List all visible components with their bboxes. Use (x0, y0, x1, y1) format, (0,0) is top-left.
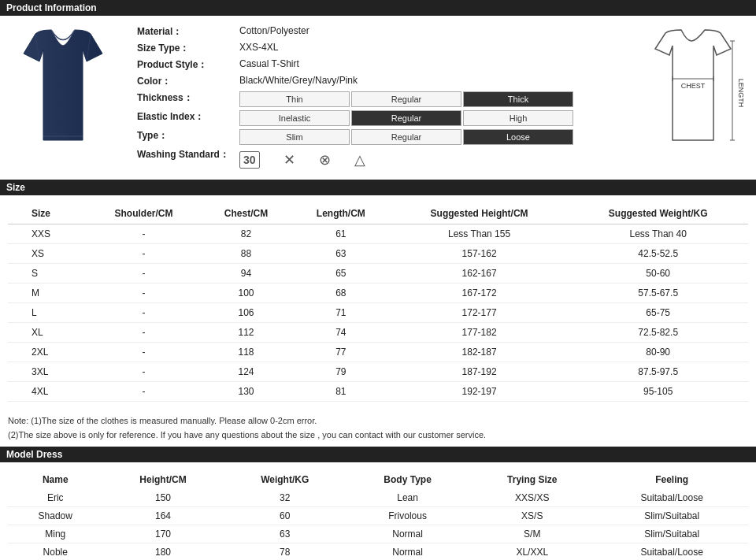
note-line2: (2)The size above is only for reference.… (8, 428, 748, 443)
elastic-btn-regular[interactable]: Regular (351, 110, 461, 126)
thickness-btn-regular[interactable]: Regular (351, 91, 461, 107)
size-cell-r2-c5: 50-60 (568, 264, 748, 284)
size-table-row: XL-11274177-18272.5-82.5 (8, 323, 748, 343)
size-cell-r8-c3: 81 (291, 382, 391, 402)
model-table-row: Eric15032LeanXXS/XSSuitabal/Loose (8, 489, 748, 507)
model-cell-r2-c2: 63 (223, 525, 346, 543)
elastic-btn-high[interactable]: High (463, 110, 573, 126)
size-cell-r7-c4: 187-192 (391, 362, 569, 382)
size-cell-r1-c5: 42.5-52.5 (568, 244, 748, 264)
no-bleach-icon: ✕ (284, 151, 295, 169)
size-cell-r5-c3: 74 (291, 323, 391, 343)
size-cell-r7-c2: 124 (201, 362, 291, 382)
elastic-buttons: Inelastic Regular High (236, 109, 576, 128)
size-cell-r5-c4: 177-182 (391, 323, 569, 343)
model-cell-r2-c5: Slim/Suitabal (595, 525, 748, 543)
model-col-name: Name (8, 470, 103, 489)
size-table-header-row: Size Shoulder/CM Chest/CM Length/CM Sugg… (8, 203, 748, 224)
col-length: Length/CM (291, 203, 391, 224)
model-cell-r2-c0: Ming (8, 525, 103, 543)
material-row: Material： Cotton/Polyester (134, 24, 576, 40)
type-btn-loose[interactable]: Loose (463, 129, 573, 145)
elastic-row: Elastic Index： Inelastic Regular High (134, 109, 576, 128)
product-style-row: Product Style： Casual T-Shirt (134, 57, 576, 73)
product-style-label: Product Style： (134, 57, 236, 73)
washing-icons: 30 ✕ ⊗ △ (236, 146, 576, 173)
col-shoulder: Shoulder/CM (87, 203, 201, 224)
size-cell-r1-c2: 88 (201, 244, 291, 264)
product-info-header: Product Information (0, 0, 756, 16)
model-cell-r2-c1: 170 (103, 525, 224, 543)
size-notes: Note: (1)The size of the clothes is meas… (0, 410, 756, 447)
size-cell-r6-c1: - (87, 343, 201, 362)
size-cell-r6-c3: 77 (291, 343, 391, 362)
size-table-row: 4XL-13081192-19795-105 (8, 382, 748, 402)
thickness-row: Thickness： Thin Regular Thick (134, 90, 576, 109)
size-cell-r4-c0: L (8, 303, 87, 323)
size-cell-r8-c4: 192-197 (391, 382, 569, 402)
size-cell-r5-c2: 112 (201, 323, 291, 343)
size-cell-r0-c2: 82 (201, 224, 291, 244)
elastic-btn-inelastic[interactable]: Inelastic (239, 110, 350, 126)
model-cell-r3-c2: 78 (223, 543, 346, 560)
size-cell-r1-c3: 63 (291, 244, 391, 264)
size-cell-r6-c4: 182-187 (391, 343, 569, 362)
size-cell-r6-c5: 80-90 (568, 343, 748, 362)
product-image (8, 24, 118, 150)
model-cell-r0-c1: 150 (103, 489, 224, 507)
model-cell-r1-c5: Slim/Suitabal (595, 507, 748, 525)
size-cell-r0-c1: - (87, 224, 201, 244)
washing-label: Washing Standard： (134, 146, 236, 173)
size-table: Size Shoulder/CM Chest/CM Length/CM Sugg… (8, 203, 748, 402)
size-cell-r0-c5: Less Than 40 (568, 224, 748, 244)
washing-row: Washing Standard： 30 ✕ ⊗ △ (134, 146, 576, 173)
size-cell-r0-c0: XXS (8, 224, 87, 244)
model-col-body: Body Type (346, 470, 469, 489)
thickness-btn-thick[interactable]: Thick (463, 91, 573, 107)
size-cell-r7-c3: 79 (291, 362, 391, 382)
model-cell-r0-c4: XXS/XS (469, 489, 595, 507)
size-cell-r8-c0: 4XL (8, 382, 87, 402)
model-table-row: Shadow16460FrivolousXS/SSlim/Suitabal (8, 507, 748, 525)
size-diagram: LENGTH CHEST (646, 24, 748, 150)
size-cell-r4-c4: 172-177 (391, 303, 569, 323)
model-cell-r0-c2: 32 (223, 489, 346, 507)
size-table-row: XXS-8261Less Than 155Less Than 40 (8, 224, 748, 244)
model-cell-r1-c2: 60 (223, 507, 346, 525)
model-cell-r1-c1: 164 (103, 507, 224, 525)
size-table-row: S-9465162-16750-60 (8, 264, 748, 284)
model-col-height: Height/CM (103, 470, 224, 489)
size-header: Size (0, 180, 756, 195)
type-btn-regular[interactable]: Regular (351, 129, 461, 145)
size-cell-r3-c0: M (8, 284, 87, 303)
thickness-buttons: Thin Regular Thick (236, 90, 576, 109)
model-cell-r0-c3: Lean (346, 489, 469, 507)
model-cell-r1-c4: XS/S (469, 507, 595, 525)
size-cell-r3-c3: 68 (291, 284, 391, 303)
size-cell-r6-c0: 2XL (8, 343, 87, 362)
model-col-feeling: Feeling (595, 470, 748, 489)
svg-text:CHEST: CHEST (681, 82, 706, 90)
size-cell-r7-c1: - (87, 362, 201, 382)
size-table-row: M-10068167-17257.5-67.5 (8, 284, 748, 303)
size-cell-r4-c2: 106 (201, 303, 291, 323)
model-dress-header: Model Dress (0, 447, 756, 462)
model-table-row: Noble18078NormalXL/XXLSuitabal/Loose (8, 543, 748, 560)
size-type-label: Size Type： (134, 40, 236, 57)
note-line1: Note: (1)The size of the clothes is meas… (8, 414, 748, 428)
no-tumble-dry-icon: ⊗ (319, 151, 331, 169)
thickness-btn-thin[interactable]: Thin (239, 91, 350, 107)
size-cell-r3-c2: 100 (201, 284, 291, 303)
model-section: Name Height/CM Weight/KG Body Type Tryin… (0, 467, 756, 560)
model-cell-r2-c4: S/M (469, 525, 595, 543)
size-cell-r1-c1: - (87, 244, 201, 264)
size-cell-r3-c1: - (87, 284, 201, 303)
model-cell-r2-c3: Normal (346, 525, 469, 543)
size-cell-r8-c2: 130 (201, 382, 291, 402)
thickness-label: Thickness： (134, 90, 236, 109)
size-cell-r2-c2: 94 (201, 264, 291, 284)
size-cell-r1-c0: XS (8, 244, 87, 264)
model-table-header-row: Name Height/CM Weight/KG Body Type Tryin… (8, 470, 748, 489)
type-btn-slim[interactable]: Slim (239, 129, 350, 145)
size-cell-r0-c4: Less Than 155 (391, 224, 569, 244)
